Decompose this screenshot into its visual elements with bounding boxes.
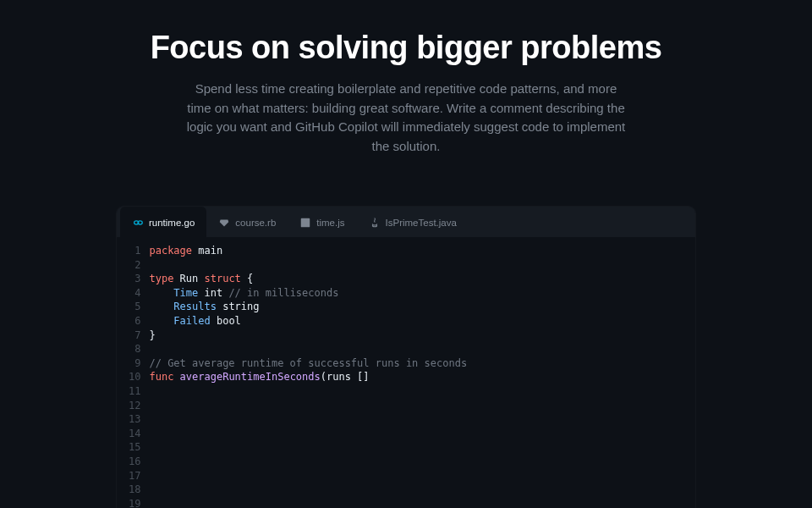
code-line — [149, 469, 682, 483]
svg-rect-2 — [301, 218, 310, 227]
code-line — [149, 483, 682, 497]
tab-label: time.js — [316, 218, 344, 228]
page-heading: Focus on solving bigger problems — [0, 30, 812, 66]
code-line — [149, 455, 682, 469]
line-number: 16 — [129, 455, 140, 469]
line-number: 8 — [129, 342, 140, 356]
line-number: 9 — [129, 356, 140, 371]
ruby-icon — [218, 217, 230, 229]
code-line: Failed bool — [149, 314, 682, 329]
tab-label: IsPrimeTest.java — [386, 218, 457, 228]
code-line: package main — [149, 244, 682, 258]
line-number: 12 — [129, 399, 140, 413]
editor-tabbar: runtime.gocourse.rbtime.jsIsPrimeTest.ja… — [117, 207, 695, 237]
go-icon — [132, 217, 144, 229]
code-line — [149, 384, 682, 399]
line-number: 13 — [129, 412, 140, 427]
js-icon — [299, 217, 311, 229]
line-number: 5 — [129, 300, 140, 314]
code-content: package main type Run struct { Time int … — [149, 244, 695, 508]
line-number: 4 — [129, 286, 140, 301]
code-line: func averageRuntimeInSeconds(runs [] — [149, 370, 682, 384]
tab-label: course.rb — [235, 218, 276, 228]
code-line: type Run struct { — [149, 272, 682, 286]
code-line: Time int // in milliseconds — [149, 286, 682, 301]
tab-runtime-go[interactable]: runtime.go — [120, 207, 206, 237]
line-number: 10 — [129, 370, 140, 384]
line-number: 17 — [129, 469, 140, 483]
line-number: 14 — [129, 427, 140, 441]
line-number: 2 — [129, 258, 140, 273]
code-line — [149, 440, 682, 455]
line-number: 1 — [129, 244, 140, 258]
code-line — [149, 258, 682, 273]
code-line — [149, 412, 682, 427]
java-icon — [369, 217, 381, 229]
code-line — [149, 427, 682, 441]
line-number: 3 — [129, 272, 140, 286]
code-line: // Get average runtime of successful run… — [149, 356, 682, 371]
tab-course-rb[interactable]: course.rb — [206, 207, 288, 237]
code-editor: runtime.gocourse.rbtime.jsIsPrimeTest.ja… — [117, 207, 695, 508]
page-subheading: Spend less time creating boilerplate and… — [186, 80, 626, 156]
line-number: 18 — [129, 483, 140, 497]
code-line: Results string — [149, 300, 682, 314]
line-number: 6 — [129, 314, 140, 329]
code-area: 1234567891011121314151617181920 package … — [117, 237, 695, 508]
code-line — [149, 497, 682, 508]
line-number: 11 — [129, 384, 140, 399]
code-line — [149, 399, 682, 413]
line-number: 19 — [129, 497, 140, 508]
tab-isprimetest-java[interactable]: IsPrimeTest.java — [357, 207, 469, 237]
line-number: 15 — [129, 440, 140, 455]
code-line — [149, 342, 682, 356]
tab-label: runtime.go — [149, 218, 195, 228]
tab-time-js[interactable]: time.js — [288, 207, 356, 237]
code-line: } — [149, 329, 682, 343]
line-number: 7 — [129, 329, 140, 343]
line-number-gutter: 1234567891011121314151617181920 — [117, 244, 149, 508]
